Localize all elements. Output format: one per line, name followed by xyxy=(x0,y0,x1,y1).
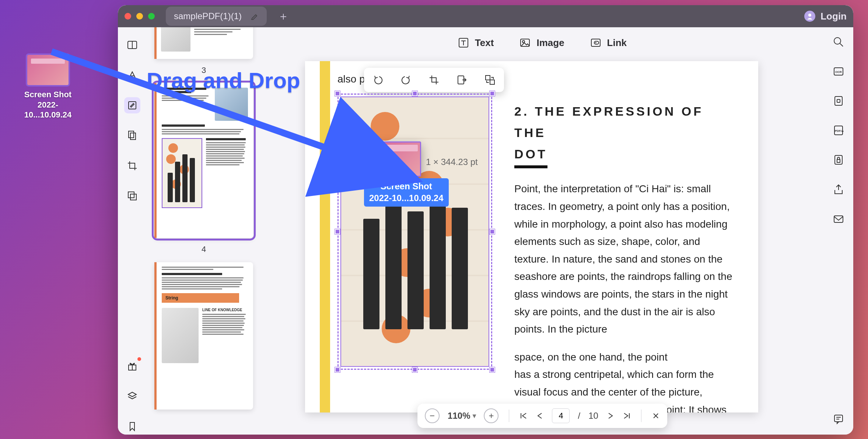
resize-handle[interactable] xyxy=(335,229,340,234)
mail-icon[interactable] xyxy=(830,211,847,227)
insert-link-button[interactable]: Link xyxy=(590,37,627,49)
svg-point-0 xyxy=(808,14,811,17)
resize-handle[interactable] xyxy=(490,367,495,372)
last-page-button[interactable] xyxy=(623,412,631,420)
resize-handle[interactable] xyxy=(412,367,417,372)
zoom-in-button[interactable]: + xyxy=(484,408,499,423)
page-thumbnail-panel: 3 xyxy=(147,27,261,435)
page-separator: / xyxy=(578,411,581,421)
user-avatar-icon xyxy=(804,11,815,22)
page-number-input[interactable] xyxy=(552,408,570,423)
svg-rect-8 xyxy=(130,194,136,200)
login-button[interactable]: Login xyxy=(804,11,847,22)
svg-text:PDF/A: PDF/A xyxy=(835,129,844,133)
drag-ghost-thumbnail xyxy=(379,141,421,177)
export-image-icon[interactable] xyxy=(453,71,471,89)
drag-ghost-filename: Screen Shot2022-10...10.09.24 xyxy=(364,178,449,207)
ocr-icon[interactable]: OCR xyxy=(830,63,847,80)
resize-handle[interactable] xyxy=(490,91,495,96)
page-margin-strip xyxy=(320,61,330,412)
svg-rect-27 xyxy=(834,216,843,222)
new-tab-button[interactable]: ＋ xyxy=(273,7,293,26)
resize-handle[interactable] xyxy=(490,229,495,234)
svg-text:OCR: OCR xyxy=(835,70,842,74)
insert-toolbar: Text Image Link xyxy=(261,32,824,53)
svg-point-18 xyxy=(834,38,841,44)
prev-page-button[interactable] xyxy=(536,412,544,420)
gift-icon[interactable] xyxy=(124,358,140,374)
close-window-button[interactable] xyxy=(125,13,131,20)
crop-image-icon[interactable] xyxy=(425,71,443,89)
svg-rect-6 xyxy=(130,133,136,140)
maximize-window-button[interactable] xyxy=(148,13,155,20)
app-window: samplePDF(1)(1) ＋ Login xyxy=(118,5,853,435)
thumbnail-page-3[interactable] xyxy=(154,27,253,59)
minimize-window-button[interactable] xyxy=(136,13,143,20)
svg-rect-5 xyxy=(129,131,134,138)
svg-rect-7 xyxy=(128,192,134,198)
thumbnail-number: 4 xyxy=(202,245,206,254)
right-sidebar: OCR PDF/A xyxy=(824,27,853,435)
crop-tool-icon[interactable] xyxy=(124,158,140,174)
main-content: Text Image Link also points. xyxy=(261,27,824,435)
resize-handle[interactable] xyxy=(335,367,340,372)
zoom-level[interactable]: 110%▾ xyxy=(448,411,476,421)
svg-rect-17 xyxy=(490,80,494,84)
insert-image-button[interactable]: Image xyxy=(519,37,564,49)
svg-rect-26 xyxy=(837,159,840,162)
insert-text-button[interactable]: Text xyxy=(458,37,494,49)
desktop-file[interactable]: Screen Shot2022-10...10.09.24 xyxy=(22,53,74,120)
thumb5-subhead: LINE OF KNOWLEDGE xyxy=(202,308,248,312)
resize-handle[interactable] xyxy=(412,91,417,96)
next-page-button[interactable] xyxy=(606,412,615,420)
pages-panel-icon[interactable] xyxy=(124,127,140,144)
bookmark-icon[interactable] xyxy=(124,418,140,435)
rotate-left-icon[interactable] xyxy=(369,71,387,89)
edit-tab-icon[interactable] xyxy=(251,12,259,20)
search-icon[interactable] xyxy=(830,34,847,50)
desktop-file-name: Screen Shot2022-10...10.09.24 xyxy=(22,89,74,120)
svg-rect-28 xyxy=(834,415,843,422)
doc-paragraph: Point, the interpretation of "Ci Hai" is… xyxy=(514,180,737,338)
edit-tool-icon[interactable] xyxy=(124,97,140,113)
convert-icon[interactable] xyxy=(830,93,847,109)
image-size-hint: 1 × 344.23 pt xyxy=(426,157,478,167)
doc-text-column: 2. THE EXPRESSION OF THEDOT Point, the i… xyxy=(514,94,737,412)
thumbnail-number: 3 xyxy=(202,66,206,75)
reader-mode-icon[interactable] xyxy=(124,37,140,53)
selected-image[interactable]: 1 × 344.23 pt Screen Shot2022-10...10.09… xyxy=(337,94,492,370)
replace-image-icon[interactable] xyxy=(481,71,499,89)
notes-icon[interactable] xyxy=(830,411,847,427)
compare-tool-icon[interactable] xyxy=(124,188,140,204)
left-sidebar xyxy=(118,27,147,435)
page-total: 10 xyxy=(588,411,598,421)
highlight-tool-icon[interactable] xyxy=(124,67,140,83)
image-floating-toolbar xyxy=(364,68,504,92)
protect-icon[interactable] xyxy=(830,152,847,168)
page-navigator: − 110%▾ + / 10 xyxy=(417,404,667,428)
desktop-file-thumbnail xyxy=(26,53,70,87)
rotate-right-icon[interactable] xyxy=(397,71,415,89)
login-label: Login xyxy=(820,11,847,22)
svg-rect-16 xyxy=(486,75,490,80)
resize-handle[interactable] xyxy=(335,91,340,96)
pdfa-icon[interactable]: PDF/A xyxy=(830,122,847,138)
text-icon xyxy=(458,37,469,48)
page-canvas[interactable]: also points. xyxy=(305,61,758,412)
svg-line-19 xyxy=(840,43,843,46)
first-page-button[interactable] xyxy=(520,412,528,420)
thumbnail-page-4[interactable] xyxy=(154,83,253,238)
thumbnail-page-5[interactable]: String LINE OF KNOWLEDGE xyxy=(154,262,253,410)
svg-rect-22 xyxy=(835,96,842,105)
document-tab[interactable]: samplePDF(1)(1) xyxy=(166,7,267,26)
share-icon[interactable] xyxy=(830,181,847,197)
thumb5-badge: String xyxy=(162,293,239,303)
tab-title: samplePDF(1)(1) xyxy=(174,11,242,21)
image-icon xyxy=(519,37,531,48)
layers-icon[interactable] xyxy=(124,388,140,404)
doc-heading: 2. THE EXPRESSION OF THEDOT xyxy=(514,101,737,168)
zoom-out-button[interactable]: − xyxy=(425,408,440,423)
close-pager-button[interactable] xyxy=(652,412,660,420)
window-traffic-lights xyxy=(125,13,155,20)
svg-rect-4 xyxy=(129,102,136,109)
